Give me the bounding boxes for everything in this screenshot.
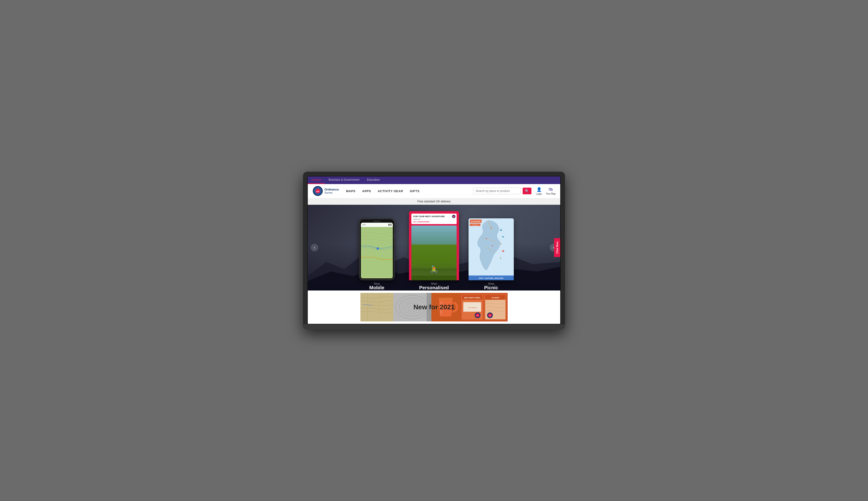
svg-text:🌊: 🌊 — [499, 228, 502, 231]
logo-area[interactable]: OS Ordnance Survey — [313, 186, 339, 196]
product-item-map[interactable] — [360, 293, 394, 321]
svg-text:OS: OS — [453, 216, 455, 217]
svg-text:🐟: 🐟 — [502, 235, 504, 238]
new-for-2021-label: New for 2021 — [413, 303, 455, 311]
svg-text:OS: OS — [477, 315, 478, 316]
picnic-map-svg: GO EXPLORE! Story tour 🌊 🐟 🏃 🎯 🚶 SPOT — [468, 218, 514, 280]
hero-card-personalised[interactable]: FOR YOUR NEXT ADVENTURE Have fun! OS LAN… — [403, 211, 465, 290]
svg-text:Story tour: Story tour — [473, 224, 478, 226]
products-section: BEST MAPS TOWEL OS Collection OS OS MAPS — [308, 290, 560, 324]
svg-rect-4 — [361, 224, 393, 277]
svg-text:BEST MAPS TOWEL: BEST MAPS TOWEL — [464, 297, 481, 299]
top-nav-bar: Leisure Business & Government Education — [308, 177, 560, 184]
svg-point-15 — [491, 227, 491, 228]
search-icon: 🔍 — [525, 189, 529, 193]
carousel-prev-button[interactable]: ‹ — [310, 244, 318, 252]
svg-text:🏃: 🏃 — [499, 243, 502, 245]
top-nav-business[interactable]: Business & Government — [325, 177, 363, 184]
user-actions: 👤 Login 🛍 Your Bag — [536, 187, 555, 195]
svg-point-17 — [492, 245, 493, 246]
picnic-card-title: Picnic — [484, 285, 498, 290]
svg-text:SPOT • CAPTURE • DISCOVER: SPOT • CAPTURE • DISCOVER — [479, 277, 503, 279]
search-button[interactable]: 🔍 — [522, 188, 531, 194]
os-small-logo: OS — [452, 215, 456, 224]
nav-gifts[interactable]: GIFTS — [410, 189, 420, 193]
chat-now-button[interactable]: Chat Now — [554, 238, 560, 257]
laptop-frame: Leisure Business & Government Education … — [303, 172, 565, 330]
adventure-text: FOR YOUR NEXT ADVENTURE — [413, 215, 455, 218]
login-button[interactable]: 👤 Login — [536, 187, 542, 195]
prev-arrow-icon: ‹ — [314, 245, 315, 250]
hero-cards-container: 3:14 ▐▐▐ Shop Mobile — [308, 205, 560, 290]
user-icon: 👤 — [537, 187, 542, 192]
hero-card-picnic[interactable]: GO EXPLORE! Story tour 🌊 🐟 🏃 🎯 🚶 SPOT — [465, 218, 517, 290]
svg-text:OS Collection: OS Collection — [468, 307, 477, 308]
bag-button[interactable]: 🛍 Your Bag — [546, 187, 555, 195]
svg-text:🎯: 🎯 — [502, 250, 504, 252]
nav-activity-gear[interactable]: ACTIVITY GEAR — [378, 189, 403, 193]
personalised-card-title: Personalised — [419, 285, 449, 290]
svg-text:OS MAPS: OS MAPS — [491, 297, 499, 299]
top-nav-education[interactable]: Education — [363, 177, 383, 184]
bag-icon: 🛍 — [549, 187, 553, 192]
search-input[interactable] — [473, 188, 521, 194]
svg-text:OS: OS — [316, 190, 319, 193]
svg-text:🚶: 🚶 — [499, 257, 502, 259]
picnic-shop-label: Shop — [488, 282, 494, 285]
svg-text:OS: OS — [489, 315, 491, 316]
laptop-base — [303, 324, 565, 330]
have-fun-text: Have fun! — [413, 218, 455, 220]
product-box2-image: OS MAPS OS — [484, 294, 507, 320]
nav-maps[interactable]: MAPS — [346, 189, 356, 193]
product-item-box[interactable]: BEST MAPS TOWEL OS Collection OS OS MAPS — [460, 293, 508, 321]
laptop-screen: Leisure Business & Government Education … — [307, 176, 561, 324]
svg-point-16 — [486, 238, 487, 239]
top-nav-leisure[interactable]: Leisure — [308, 177, 325, 184]
phone-map-svg — [361, 223, 393, 278]
main-nav: OS Ordnance Survey MAPS APPS ACTIVITY GE… — [308, 184, 560, 198]
product-map-image — [360, 293, 394, 321]
mobile-card-title: Mobile — [369, 285, 384, 290]
delivery-banner: Free standard UK delivery — [308, 198, 560, 205]
logo-text: Ordnance Survey — [325, 188, 339, 194]
mobile-shop-label: Shop — [374, 282, 380, 285]
personalised-shop-label: Shop — [431, 282, 437, 285]
hero-card-mobile[interactable]: 3:14 ▐▐▐ Shop Mobile — [351, 218, 403, 290]
svg-point-6 — [377, 248, 379, 249]
landranger-text: OS LANDRANGER — [413, 221, 455, 223]
nav-apps[interactable]: APPS — [362, 189, 371, 193]
svg-text:GO EXPLORE!: GO EXPLORE! — [471, 221, 481, 222]
os-logo-icon: OS — [313, 186, 323, 196]
search-area: 🔍 — [473, 188, 531, 194]
svg-rect-29 — [360, 293, 394, 321]
main-nav-links: MAPS APPS ACTIVITY GEAR GIFTS — [346, 189, 473, 193]
product-box1-image: BEST MAPS TOWEL OS Collection OS — [461, 294, 484, 320]
hero-section: 3:14 ▐▐▐ Shop Mobile — [308, 205, 560, 290]
